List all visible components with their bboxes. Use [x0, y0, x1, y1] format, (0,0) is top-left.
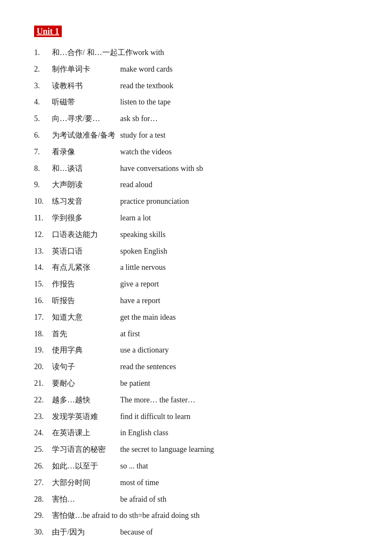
- list-item: 1.和…合作/ 和…一起工作work with: [34, 46, 358, 59]
- list-item: 12.口语表达能力speaking skills: [34, 228, 358, 241]
- item-english: in English class: [120, 427, 168, 439]
- item-chinese: 学到很多: [52, 212, 120, 224]
- item-english: so ... that: [120, 460, 148, 472]
- item-chinese: 口语表达能力: [52, 228, 120, 241]
- item-english: because of: [120, 526, 153, 538]
- item-number: 15.: [34, 278, 52, 290]
- list-item: 28.害怕…be afraid of sth: [34, 493, 358, 506]
- list-item: 11.学到很多learn a lot: [34, 212, 358, 224]
- list-item: 7.看录像watch the videos: [34, 146, 358, 158]
- item-english: the secret to language learning: [120, 443, 214, 456]
- list-item: 3.读教科书read the textbook: [34, 80, 358, 92]
- list-item: 9.大声朗读read aloud: [34, 179, 358, 191]
- item-english: be patient: [120, 377, 150, 390]
- item-number: 19.: [34, 344, 52, 356]
- list-item: 19.使用字典use a dictionary: [34, 344, 358, 356]
- item-number: 25.: [34, 443, 52, 456]
- item-chinese: 害怕做…be afraid to do sth=be afraid doing …: [52, 509, 200, 522]
- list-item: 17.知道大意get the main ideas: [34, 311, 358, 324]
- item-english: have a report: [120, 295, 160, 307]
- list-item: 25.学习语言的秘密the secret to language learnin…: [34, 443, 358, 456]
- item-english: practice pronunciation: [120, 195, 189, 208]
- item-english: study for a test: [120, 129, 165, 142]
- list-item: 30.由于/因为because of: [34, 526, 358, 538]
- item-chinese: 听磁带: [52, 96, 120, 108]
- item-chinese: 由于/因为: [52, 526, 120, 538]
- item-english: a little nervous: [120, 261, 166, 274]
- item-chinese: 使用字典: [52, 344, 120, 356]
- list-item: 13.英语口语spoken English: [34, 245, 358, 257]
- item-number: 1.: [34, 46, 52, 59]
- item-english: learn a lot: [120, 212, 151, 224]
- item-chinese: 越多…越快: [52, 394, 120, 406]
- list-item: 22.越多…越快The more… the faster…: [34, 394, 358, 406]
- item-chinese: 大部分时间: [52, 477, 120, 489]
- item-chinese: 读句子: [52, 361, 120, 373]
- item-number: 16.: [34, 295, 52, 307]
- item-chinese: 要耐心: [52, 377, 120, 390]
- item-english: get the main ideas: [120, 311, 176, 324]
- list-item: 23.发现学英语难find it difficult to learn: [34, 410, 358, 423]
- item-chinese: 学习语言的秘密: [52, 443, 120, 456]
- item-english: read aloud: [120, 179, 152, 191]
- item-english: give a report: [120, 278, 159, 290]
- item-chinese: 作报告: [52, 278, 120, 290]
- item-number: 28.: [34, 493, 52, 506]
- list-item: 10.练习发音practice pronunciation: [34, 195, 358, 208]
- item-chinese: 发现学英语难: [52, 410, 120, 423]
- list-item: 29.害怕做…be afraid to do sth=be afraid doi…: [34, 509, 358, 522]
- list-item: 16.听报告have a report: [34, 295, 358, 307]
- list-item: 26.如此…以至于so ... that: [34, 460, 358, 472]
- item-english: listen to the tape: [120, 96, 170, 108]
- item-number: 4.: [34, 96, 52, 108]
- list-item: 21.要耐心be patient: [34, 377, 358, 390]
- item-number: 23.: [34, 410, 52, 423]
- item-english: most of time: [120, 477, 159, 489]
- item-number: 26.: [34, 460, 52, 472]
- item-chinese: 向…寻求/要…: [52, 113, 120, 125]
- item-number: 22.: [34, 394, 52, 406]
- item-english: at first: [120, 328, 140, 340]
- item-chinese: 有点儿紧张: [52, 261, 120, 274]
- item-english: have conversations with sb: [120, 162, 203, 175]
- item-number: 9.: [34, 179, 52, 191]
- item-chinese: 读教科书: [52, 80, 120, 92]
- list-item: 2.制作单词卡make word cards: [34, 63, 358, 75]
- item-number: 14.: [34, 261, 52, 274]
- list-item: 5.向…寻求/要…ask sb for…: [34, 113, 358, 125]
- item-number: 27.: [34, 477, 52, 489]
- item-number: 20.: [34, 361, 52, 373]
- item-number: 3.: [34, 80, 52, 92]
- item-english: read the textbook: [120, 80, 173, 92]
- item-chinese: 练习发音: [52, 195, 120, 208]
- item-english: spoken English: [120, 245, 167, 257]
- unit-title: Unit 1: [34, 26, 62, 37]
- item-chinese: 和…谈话: [52, 162, 120, 175]
- item-number: 6.: [34, 129, 52, 142]
- item-number: 10.: [34, 195, 52, 208]
- item-number: 13.: [34, 245, 52, 257]
- item-english: make word cards: [120, 63, 173, 75]
- item-number: 29.: [34, 509, 52, 522]
- item-number: 12.: [34, 228, 52, 241]
- list-item: 24.在英语课上in English class: [34, 427, 358, 439]
- item-number: 24.: [34, 427, 52, 439]
- item-english: find it difficult to learn: [120, 410, 190, 423]
- item-chinese: 在英语课上: [52, 427, 120, 439]
- item-english: speaking skills: [120, 228, 166, 241]
- item-chinese: 制作单词卡: [52, 63, 120, 75]
- item-chinese: 如此…以至于: [52, 460, 120, 472]
- vocab-list: 1.和…合作/ 和…一起工作work with2.制作单词卡make word …: [34, 46, 358, 538]
- item-number: 8.: [34, 162, 52, 175]
- item-number: 7.: [34, 146, 52, 158]
- item-english: work with: [133, 46, 164, 59]
- item-chinese: 知道大意: [52, 311, 120, 324]
- list-item: 4.听磁带listen to the tape: [34, 96, 358, 108]
- item-chinese: 看录像: [52, 146, 120, 158]
- item-english: read the sentences: [120, 361, 176, 373]
- list-item: 20.读句子read the sentences: [34, 361, 358, 373]
- item-number: 30.: [34, 526, 52, 538]
- item-number: 17.: [34, 311, 52, 324]
- list-item: 8.和…谈话have conversations with sb: [34, 162, 358, 175]
- item-chinese: 首先: [52, 328, 120, 340]
